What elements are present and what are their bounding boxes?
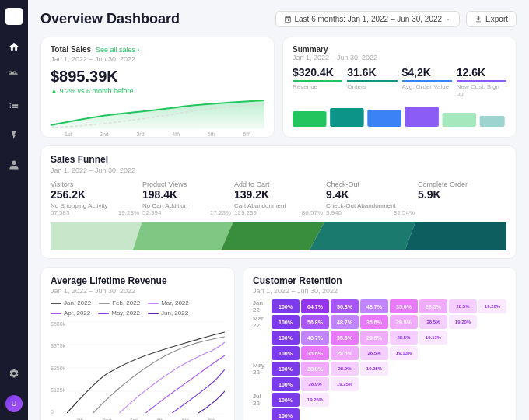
funnel-visitors: Visitors 256.2K No Shopping Activity57,5… (51, 180, 139, 216)
retention-title: Customer Retention (253, 275, 506, 286)
svg-rect-1 (15, 12, 19, 16)
retention-cell: 28.9% (301, 377, 329, 391)
retention-row-label: Mar 22 (253, 315, 270, 329)
avatar[interactable]: U (5, 395, 23, 412)
funnel-add-to-cart: Add to Cart 139.2K Cart Abandonment129,2… (234, 180, 323, 216)
top-cards: Total Sales See all sales › Jan 1, 2022 … (40, 37, 517, 138)
total-sales-card: Total Sales See all sales › Jan 1, 2022 … (40, 37, 275, 138)
retention-row: Mar 22100%56.8%48.7%35.6%28.5%28.5%19.20… (253, 315, 506, 329)
retention-heatmap: Jan 22100%64.7%56.8%48.7%35.6%28.5%28.5%… (253, 299, 506, 420)
retention-cell: 100% (272, 299, 300, 313)
legend-mar: Mar, 2022 (148, 299, 189, 306)
funnel-checkout: Check-Out 9.4K Check-Out Abandonment3,94… (326, 180, 415, 216)
retention-cell: 28.9% (331, 362, 359, 376)
retention-cell: 48.7% (331, 315, 359, 329)
retention-cell: 28.5% (360, 331, 388, 345)
export-button[interactable]: Export (466, 11, 517, 27)
bottom-cards: Average Lifetime Revenue Jan 1, 2022 – J… (40, 267, 517, 420)
sales-funnel-card: Sales Funnel Jan 1, 2022 – Jun 30, 2022 … (40, 145, 517, 259)
legend-jan: Jan, 2022 (51, 299, 91, 306)
date-range-label: Last 6 months: Jan 1, 2022 – Jun 30, 202… (295, 15, 443, 23)
sidebar-item-home[interactable] (6, 39, 22, 54)
retention-cell: 19.25% (331, 377, 359, 391)
svg-rect-7 (405, 107, 439, 127)
retention-cell: 35.6% (301, 346, 329, 360)
export-label: Export (485, 15, 508, 23)
sparkline: 1st 2nd 3rd 4th 5th 6th (51, 98, 264, 129)
svg-rect-4 (293, 111, 327, 127)
sidebar-item-analytics[interactable] (6, 98, 22, 114)
legend-jun: Jun, 2022 (148, 310, 188, 317)
funnel-product-views: Product Views 198.4K No Cart Addition52,… (142, 180, 231, 216)
retention-cell: 19.25% (301, 393, 329, 407)
sidebar-item-settings[interactable] (6, 366, 22, 381)
summary-chart (293, 105, 506, 127)
retention-cell: 28.5% (331, 346, 359, 360)
retention-cell: 19.13% (390, 346, 418, 360)
svg-rect-0 (9, 12, 13, 16)
retention-row: Jul 22100%19.25% (253, 393, 506, 407)
retention-cell: 100% (272, 393, 300, 407)
svg-rect-2 (9, 17, 13, 21)
summary-revenue: $320.4K Revenue (293, 66, 342, 97)
avg-lifetime-card: Average Lifetime Revenue Jan 1, 2022 – J… (40, 267, 235, 420)
summary-title: Summary (293, 45, 506, 54)
date-range-button[interactable]: Last 6 months: Jan 1, 2022 – Jun 30, 202… (275, 11, 461, 27)
total-sales-value: $895.39K (51, 68, 264, 86)
retention-cell: 28.5% (419, 299, 447, 313)
retention-cell: 19.13% (419, 331, 447, 345)
summary-grid: $320.4K Revenue 31.6K Orders $4,2K Avg. … (293, 66, 506, 97)
svg-rect-5 (330, 108, 364, 127)
svg-rect-6 (367, 110, 401, 127)
retention-cell: 100% (272, 346, 300, 360)
retention-cell: 48.7% (301, 331, 329, 345)
header-controls: Last 6 months: Jan 1, 2022 – Jun 30, 202… (275, 11, 517, 27)
total-sales-date: Jan 1, 2022 – Jun 30, 2022 (51, 55, 264, 63)
retention-cell: 48.7% (360, 299, 388, 313)
retention-row: 100%35.6%28.5%28.5%19.13% (253, 346, 506, 360)
funnel-complete-order: Complete Order 5.9K (418, 180, 506, 216)
retention-cell: 19.20% (478, 299, 506, 313)
retention-cell: 28.5% (390, 331, 418, 345)
retention-cell: 100% (272, 377, 300, 391)
chart-legend: Jan, 2022 Feb, 2022 Mar, 2022 Apr, 2022 … (51, 299, 225, 317)
avg-lifetime-title: Average Lifetime Revenue (51, 275, 225, 286)
summary-date: Jan 1, 2022 – Jun 30, 2022 (293, 54, 506, 61)
summary-new-cust: 12.6K New Cust. Sign up (457, 66, 506, 97)
lifetime-chart: 1th2nd3rd4th5th6th Number of month since… (67, 321, 225, 420)
legend-apr: Apr, 2022 (51, 310, 90, 317)
summary-aov: $4,2K Avg. Order Value (402, 66, 452, 97)
sidebar-logo[interactable] (5, 8, 23, 25)
retention-date: Jan 1, 2022 – Jun 30, 2022 (253, 287, 506, 295)
sidebar-item-user[interactable] (6, 157, 22, 173)
retention-cell: 28.5% (419, 315, 447, 329)
customer-retention-card: Customer Retention Jan 1, 2022 – Jun 30,… (243, 267, 517, 420)
retention-cell: 100% (272, 331, 300, 345)
funnel-date: Jan 1, 2022 – Jun 30, 2022 (51, 166, 506, 174)
retention-cell: 56.8% (301, 315, 329, 329)
retention-cell: 28.9% (301, 362, 329, 376)
retention-cell: 35.6% (390, 299, 418, 313)
header-row: Overview Dashboard Last 6 months: Jan 1,… (40, 11, 517, 27)
retention-cell: 64.7% (301, 299, 329, 313)
sidebar-item-flash[interactable] (6, 128, 22, 143)
sidebar: U (0, 0, 28, 420)
retention-row-label: Jul 22 (253, 393, 270, 407)
summary-orders: 31.6K Orders (347, 66, 397, 97)
page-title: Overview Dashboard (40, 11, 180, 27)
see-all-link[interactable]: See all sales › (96, 46, 140, 54)
funnel-bar (51, 222, 506, 250)
summary-card: Summary Jan 1, 2022 – Jun 30, 2022 $320.… (282, 37, 517, 138)
retention-cell: 28.5% (390, 315, 418, 329)
retention-cell: 28.5% (360, 346, 388, 360)
total-sales-title: Total Sales (51, 45, 91, 54)
y-axis-labels: $500k $375k $250k $125k 0 (51, 321, 65, 415)
sidebar-item-products[interactable] (6, 68, 22, 84)
retention-row-label: Jan 22 (253, 299, 270, 313)
retention-row: 100%48.7%35.6%28.5%28.5%19.13% (253, 331, 506, 345)
lifetime-chart-wrapper: $500k $375k $250k $125k 0 (51, 321, 225, 420)
main-content: Overview Dashboard Last 6 months: Jan 1,… (28, 0, 529, 420)
retention-cell: 19.25% (360, 362, 388, 376)
legend-may: May, 2022 (98, 310, 140, 317)
retention-cell: 56.8% (331, 299, 359, 313)
